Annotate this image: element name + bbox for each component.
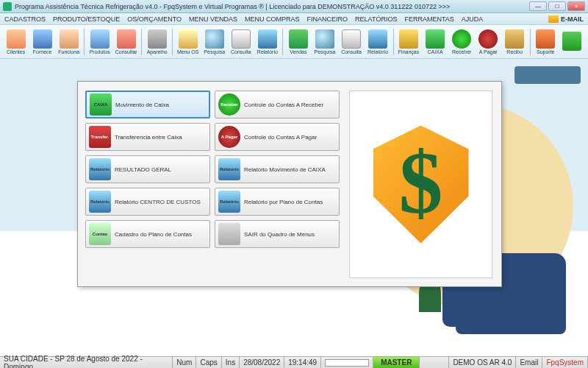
menu-relatorios[interactable]: RELATÓRIOS xyxy=(355,15,397,23)
menuos-icon xyxy=(179,29,198,49)
status-city: SUA CIDADE - SP 28 de Agosto de 2022 - D… xyxy=(0,357,173,368)
statusbar: SUA CIDADE - SP 28 de Agosto de 2022 - D… xyxy=(0,356,588,368)
device-icon xyxy=(148,29,167,49)
report-icon xyxy=(368,29,387,49)
consult-icon xyxy=(117,29,136,49)
finance-menu-panel: CAIXAMovimento de Caixa ReceberControle … xyxy=(77,81,502,287)
btn-mov-caixa[interactable]: CAIXAMovimento de Caixa xyxy=(85,91,210,118)
btn-resultado[interactable]: RelatórioRESULTADO GERAL xyxy=(85,155,210,183)
btn-cad-plano[interactable]: ContasCadastro do Plano de Contas xyxy=(85,220,210,248)
tb-funciona[interactable]: Funciona xyxy=(56,26,82,57)
menu-produto[interactable]: PRODUTO/ESTOQUE xyxy=(53,15,120,23)
close-button[interactable]: × xyxy=(567,1,585,11)
transfer-icon: Transfer. xyxy=(89,126,111,148)
separator xyxy=(282,29,283,55)
tb-recibo[interactable]: Recibo xyxy=(502,26,528,57)
tb-exit[interactable] xyxy=(559,26,585,57)
window-controls: — □ × xyxy=(529,1,585,11)
tb-receber[interactable]: Receber xyxy=(449,26,475,57)
search-icon xyxy=(315,29,334,49)
accounts-icon: Contas xyxy=(89,223,111,245)
report-icon xyxy=(258,29,277,49)
menu-os[interactable]: OS/ORÇAMENTO xyxy=(127,15,182,23)
status-ins: Ins xyxy=(222,357,240,368)
btn-contas-pagar[interactable]: A PagarControle do Contas A Pagar xyxy=(215,123,340,151)
tb-relatorio-v[interactable]: Relatório xyxy=(365,26,391,57)
doc-icon xyxy=(342,29,361,49)
btn-contas-receber[interactable]: ReceberControle do Contas A Receber xyxy=(215,91,340,118)
tb-clientes[interactable]: Clientes xyxy=(3,26,29,57)
menu-ferramentas[interactable]: FERRAMENTAS xyxy=(404,15,453,23)
email-label: E-MAIL xyxy=(561,15,584,23)
status-demo: DEMO OS AR 4.0 xyxy=(449,357,516,368)
caixa-icon: CAIXA xyxy=(90,93,112,116)
separator xyxy=(530,29,531,55)
report-icon: Relatório xyxy=(89,158,111,180)
status-caps: Caps xyxy=(196,357,221,368)
tb-consulta-os[interactable]: Consulta xyxy=(228,26,254,57)
minimize-button[interactable]: — xyxy=(529,1,547,11)
menu-cadastros[interactable]: CADASTROS xyxy=(4,15,46,23)
tb-vendas[interactable]: Vendas xyxy=(285,26,311,57)
separator xyxy=(84,29,85,55)
dollar-icon: $ xyxy=(399,138,443,227)
caixa-icon xyxy=(426,29,445,49)
email-icon xyxy=(548,15,559,23)
menu-vendas[interactable]: MENU VENDAS xyxy=(189,15,237,23)
doc-icon xyxy=(232,29,251,49)
menu-compras[interactable]: MENU COMPRAS xyxy=(245,15,300,23)
btn-rel-centro[interactable]: RelatórioRelatório CENTRO DE CUSTOS xyxy=(85,188,210,216)
status-gap xyxy=(420,357,449,368)
menu-ajuda[interactable]: AJUDA xyxy=(462,15,484,23)
tb-pesquisa-os[interactable]: Pesquisa xyxy=(201,26,227,57)
tb-apagar[interactable]: A Pagar xyxy=(476,26,501,57)
tb-financas[interactable]: Finanças xyxy=(395,26,421,57)
btn-rel-mov[interactable]: RelatórioRelatório Movimento de CAIXA xyxy=(215,155,340,183)
workspace: CAIXAMovimento de Caixa ReceberControle … xyxy=(0,59,588,356)
products-icon xyxy=(90,29,110,49)
report-icon: Relatório xyxy=(89,191,111,213)
exit-icon xyxy=(562,32,581,51)
tb-consulta-v[interactable]: Consulta xyxy=(338,26,364,57)
status-time: 19:14:49 xyxy=(284,357,321,368)
menu-financeiro[interactable]: FINANCEIRO xyxy=(307,15,348,23)
tb-consultar[interactable]: Consultar xyxy=(113,26,139,57)
search-icon xyxy=(205,29,224,49)
exit-icon xyxy=(218,223,240,245)
tb-menuos[interactable]: Menu OS xyxy=(175,26,201,57)
clients-icon xyxy=(7,29,26,49)
btn-sair[interactable]: SAIR do Quadro de Menus xyxy=(215,220,340,248)
finance-icon xyxy=(399,29,418,49)
receive-icon: Receber xyxy=(218,93,240,116)
tb-suporte[interactable]: Suporte xyxy=(533,26,559,57)
status-progress xyxy=(321,357,373,368)
tb-produtos[interactable]: Produtos xyxy=(87,26,112,57)
maximize-button[interactable]: □ xyxy=(548,1,566,11)
btn-rel-plano[interactable]: RelatórioRelatório por Plano de Contas xyxy=(215,188,340,216)
app-icon xyxy=(3,2,12,11)
tb-caixa[interactable]: CAIXA xyxy=(423,26,448,57)
receipt-icon xyxy=(505,29,524,49)
report-icon: Relatório xyxy=(218,158,240,180)
support-icon xyxy=(536,29,555,49)
receive-icon xyxy=(452,29,471,49)
tb-relatorio-os[interactable]: Relatório xyxy=(254,26,280,57)
panel-buttons: CAIXAMovimento de Caixa ReceberControle … xyxy=(85,91,340,248)
staff-icon xyxy=(60,29,79,49)
tb-aparelho[interactable]: Aparelho xyxy=(144,26,170,57)
bg-ac-illustration xyxy=(514,66,581,84)
shield-icon: $ xyxy=(373,126,469,244)
tb-fornece[interactable]: Fornece xyxy=(29,26,55,57)
window-title: Programa Assistência Técnica Refrigeraçã… xyxy=(15,3,529,10)
email-button[interactable]: E-MAIL xyxy=(548,15,584,23)
status-master: MASTER xyxy=(373,357,420,368)
btn-transferencia[interactable]: Transfer.Transferencia entre Caixa xyxy=(85,123,210,151)
toolbar: Clientes Fornece Funciona Produtos Consu… xyxy=(0,25,588,59)
report-icon: Relatório xyxy=(218,191,240,213)
pay-icon xyxy=(478,29,498,49)
separator xyxy=(141,29,142,55)
status-fpq[interactable]: FpqSystem xyxy=(542,357,588,368)
status-email[interactable]: Email xyxy=(516,357,542,368)
tb-pesquisa-v[interactable]: Pesquisa xyxy=(312,26,337,57)
menubar: CADASTROS PRODUTO/ESTOQUE OS/ORÇAMENTO M… xyxy=(0,13,588,25)
